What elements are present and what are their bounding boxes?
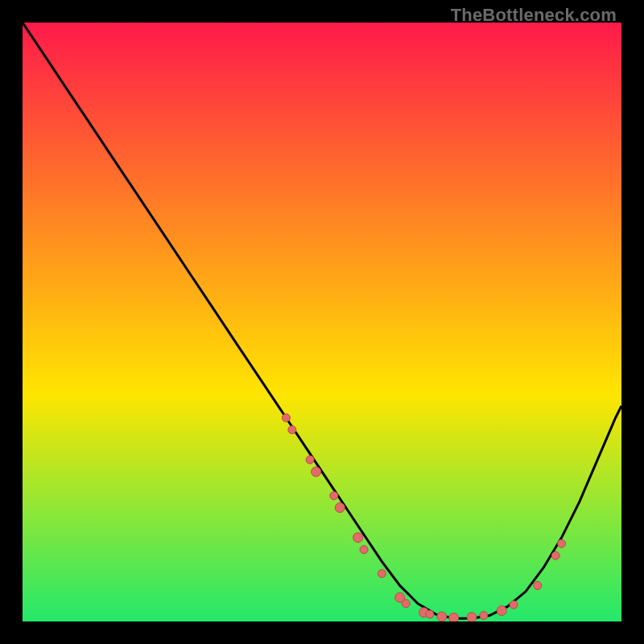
data-dot <box>402 600 410 608</box>
bottleneck-chart <box>23 23 621 621</box>
data-dot <box>480 612 488 620</box>
data-dot <box>353 533 363 543</box>
data-dot <box>306 456 314 464</box>
data-dot <box>330 492 338 500</box>
data-dot <box>551 551 559 559</box>
gradient-background <box>23 23 621 621</box>
data-dot <box>282 414 290 422</box>
data-dot <box>558 539 566 547</box>
data-dot <box>335 503 345 513</box>
data-dot <box>467 613 477 621</box>
data-dot <box>426 610 434 618</box>
data-dot <box>497 606 506 616</box>
data-dot <box>510 601 518 609</box>
data-dot <box>312 467 321 477</box>
data-dot <box>378 570 386 578</box>
data-dot <box>288 426 296 434</box>
data-dot <box>534 581 542 589</box>
data-dot <box>449 613 459 622</box>
data-dot <box>437 612 447 621</box>
data-dot <box>360 546 368 554</box>
chart-frame <box>23 23 621 621</box>
